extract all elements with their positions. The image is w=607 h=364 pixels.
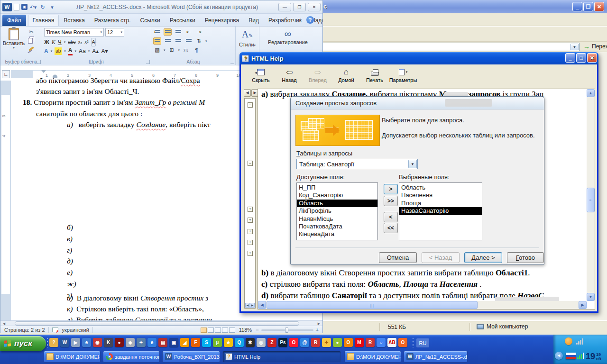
quick-nero-icon[interactable]: ◢ xyxy=(180,338,189,347)
italic-button[interactable]: К xyxy=(52,38,55,46)
draft-view-icon[interactable] xyxy=(229,328,235,333)
add-all-fields-button[interactable]: >> xyxy=(384,196,398,206)
list-item[interactable]: ЛікПрофіль xyxy=(297,207,377,215)
help-vertical-scrollbar[interactable]: ▲ ≡ ▼ xyxy=(587,89,595,301)
remove-all-fields-button[interactable]: << xyxy=(384,223,398,233)
text-effects-button[interactable]: А xyxy=(44,47,48,55)
word-tab[interactable]: Рассылки xyxy=(165,15,200,26)
quick-zip-icon[interactable]: Z xyxy=(267,338,276,347)
help-titlebar[interactable]: ? HTML Help _ □ ✕ xyxy=(239,52,598,64)
quick-green-sphere-icon[interactable]: ● xyxy=(333,338,342,347)
word-restore-button[interactable]: ❐ xyxy=(293,3,306,11)
list-item[interactable]: ПочатковаДата xyxy=(297,223,377,230)
align-left-button[interactable] xyxy=(153,37,161,45)
undo-icon[interactable]: ↶▾ xyxy=(29,3,37,11)
tree-toggle-icon[interactable]: − xyxy=(248,102,253,108)
highlight-button[interactable]: ab xyxy=(55,47,62,55)
word-tab[interactable]: Разметка стр. xyxy=(90,15,136,26)
list-item[interactable]: Н_ПП xyxy=(297,184,377,191)
quick-kmplayer-icon[interactable]: K xyxy=(104,338,113,347)
align-center-button[interactable] xyxy=(164,37,172,45)
quick-floppy-icon[interactable]: ▤ xyxy=(158,338,167,347)
quick-recorder2-icon[interactable]: R xyxy=(366,338,375,347)
quick-mail-icon[interactable]: @ xyxy=(300,338,309,347)
quick-shield-icon[interactable]: ◆ xyxy=(126,338,135,347)
scrollbar-thumb[interactable]: ≡ xyxy=(587,188,595,212)
quick-qq-player-icon[interactable]: Q xyxy=(235,338,244,347)
font-color-button[interactable]: А xyxy=(68,46,73,55)
help-toolbar-button[interactable]: ⇦ Назад xyxy=(275,66,304,89)
scroll-down-icon[interactable]: ▼ xyxy=(587,293,595,301)
go-button[interactable]: →Переход xyxy=(583,43,607,50)
address-dropdown-icon[interactable]: ▼ xyxy=(570,44,579,50)
word-minimize-button[interactable]: — xyxy=(278,3,291,11)
quick-opera-red-icon[interactable]: O xyxy=(289,338,298,347)
zoom-slider-handle[interactable] xyxy=(285,328,288,333)
quick-abc-icon[interactable]: АВ xyxy=(387,338,396,347)
line-spacing-button[interactable]: ⇅ xyxy=(195,37,203,45)
list-item[interactable]: Площа xyxy=(399,200,482,207)
tray-clock[interactable]: 19 19сб xyxy=(586,352,601,362)
pane-left-icon[interactable]: ◀ xyxy=(244,89,251,97)
help-toolbar-button[interactable]: ⌂ Домой xyxy=(332,66,360,89)
scrollbar-thumb[interactable] xyxy=(15,321,299,326)
quick-recorder-icon[interactable]: R xyxy=(311,338,320,347)
explorer-close-button[interactable]: ✕ xyxy=(594,2,604,11)
list-item[interactable]: Область xyxy=(399,184,482,191)
list-item[interactable]: КінцеваДата xyxy=(297,230,377,238)
quick-dark-app-icon[interactable]: ✱ xyxy=(246,338,255,347)
qat-dropdown-icon[interactable]: ▾ xyxy=(48,3,56,11)
word-tab[interactable]: Вид xyxy=(244,15,264,26)
strikethrough-button[interactable]: abc xyxy=(68,38,75,46)
tray-app-icon[interactable] xyxy=(565,337,572,345)
finish-button[interactable]: Готово xyxy=(507,252,544,263)
bold-button[interactable]: Ж xyxy=(44,38,49,46)
help-toolbar-button[interactable]: Печать xyxy=(360,66,389,89)
available-fields-list[interactable]: Н_ППКод_СанаторіюОбластьЛікПрофільНаявнМ… xyxy=(296,182,378,240)
tree-toggle-icon[interactable]: + xyxy=(248,229,253,234)
russian-flag-icon[interactable] xyxy=(566,353,576,359)
copy-icon[interactable] xyxy=(28,38,33,44)
tree-toggle-icon[interactable]: + xyxy=(248,240,253,245)
table-combo[interactable]: Таблица: Санаторії▼ xyxy=(296,159,418,169)
language-indicator[interactable]: RU xyxy=(416,338,429,347)
help-close-button[interactable]: ✕ xyxy=(587,53,597,63)
taskbar-window-button[interactable]: завдання поточного... xyxy=(103,351,160,363)
quick-opera-orange-icon[interactable]: O xyxy=(398,338,407,347)
quick-chrome-icon[interactable]: ○ xyxy=(377,338,386,347)
word-tab[interactable]: Файл xyxy=(2,15,26,26)
font-name-combo[interactable]: Times New Roman▾ xyxy=(44,28,104,36)
list-item[interactable]: Область xyxy=(297,200,377,207)
new-document-icon[interactable] xyxy=(14,4,19,10)
taskbar-window-button[interactable]: ЛР_№12_ACCESS-.d... xyxy=(404,351,468,363)
scroll-up-icon[interactable]: ▲ xyxy=(587,89,595,97)
word-tab[interactable]: Вставка xyxy=(59,15,90,26)
quick-photoshop-icon[interactable]: Ps xyxy=(278,338,287,347)
word-horizontal-scrollbar[interactable]: ◀ ▶ xyxy=(0,320,322,326)
help-content[interactable]: a) вибрати закладку Создание, вибрати пі… xyxy=(258,89,587,301)
scroll-right-icon[interactable]: ▶ xyxy=(579,301,587,309)
fullscreen-view-icon[interactable] xyxy=(208,328,214,333)
quick-ie-messenger-icon[interactable]: e xyxy=(82,338,91,347)
quick-word-icon[interactable]: W xyxy=(60,338,69,347)
word-tab[interactable]: Рецензирова xyxy=(200,15,244,26)
quick-skype-icon[interactable]: S xyxy=(202,338,211,347)
taskbar-window-button[interactable]: Робоча_ВХП_2013(п... xyxy=(162,351,220,363)
word-tab[interactable]: Ссылки xyxy=(136,15,165,26)
format-painter-icon[interactable] xyxy=(28,46,34,51)
print-layout-view-icon[interactable] xyxy=(201,328,207,333)
tree-scroll-left-icon[interactable]: ◀ xyxy=(245,303,250,308)
font-size-combo[interactable]: 12▾ xyxy=(105,28,124,36)
outline-view-icon[interactable] xyxy=(222,328,228,333)
decrease-indent-button[interactable]: ⇤ xyxy=(184,28,193,36)
shading-button[interactable]: ▨ xyxy=(153,46,161,54)
tree-toggle-icon[interactable]: + xyxy=(248,207,253,212)
superscript-button[interactable]: x² xyxy=(84,38,88,46)
zoom-in-icon[interactable]: + xyxy=(316,327,319,333)
dialog-launcher-icon[interactable] xyxy=(230,60,234,64)
word-help-icon[interactable]: ? xyxy=(306,16,314,24)
tab-selector-box[interactable]: ∟ xyxy=(2,70,10,78)
scroll-left-icon[interactable]: ◀ xyxy=(258,301,266,309)
pilcrow-button[interactable]: ¶ xyxy=(193,46,201,54)
zoom-level[interactable]: 118% xyxy=(239,327,252,333)
